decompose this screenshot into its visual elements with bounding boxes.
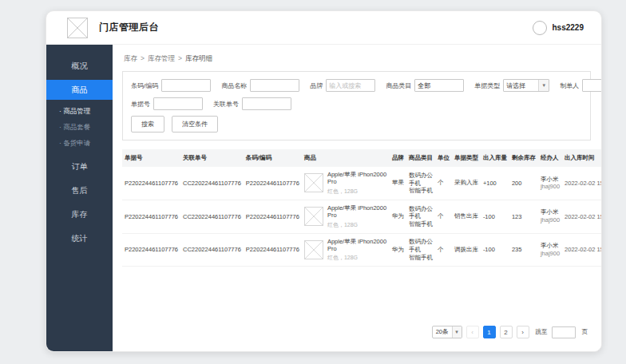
breadcrumb-item[interactable]: 库存管理 — [148, 54, 175, 62]
related-no-filter-input[interactable] — [242, 97, 291, 110]
app-window: 门店管理后台 hss2229 概况 商品 商品管理 商品套餐 备货申请 订单 售… — [46, 10, 602, 352]
cell-brand: 华为 — [390, 200, 406, 233]
sidebar-nav: 概况 商品 商品管理 商品套餐 备货申请 订单 售后 库存 统计 — [46, 45, 113, 351]
product-name-filter-input[interactable] — [250, 79, 299, 92]
page-size-value: 20条 — [433, 328, 452, 336]
col-barcode: 条码/编码 — [244, 149, 302, 167]
col-category: 商品类目 — [406, 149, 435, 167]
product-spec: 红色，128G — [327, 188, 387, 196]
jump-to-label: 跳至 — [536, 328, 548, 336]
creator-filter-label: 制单人 — [560, 81, 579, 90]
cell-doc-type: 采购入库 — [452, 167, 481, 200]
cell-barcode: P220224461107776 — [244, 167, 302, 200]
app-logo-placeholder-icon — [67, 18, 88, 38]
cell-handler: 李小米 jhaj900 — [538, 200, 562, 233]
next-page-button[interactable]: › — [517, 326, 529, 338]
pagination: 20条 ▾ ‹ 1 2 › 跳至 页 — [122, 326, 591, 338]
breadcrumb-current: 库存明细 — [185, 54, 212, 62]
sidebar-item-aftersales[interactable]: 售后 — [46, 180, 113, 200]
col-qty: 出入库量 — [481, 149, 509, 167]
col-doc-no: 单据号 — [122, 149, 180, 167]
doctype-selected-value: 请选择 — [504, 81, 538, 90]
cell-doc-type: 调拨出库 — [452, 233, 481, 267]
page-button-2[interactable]: 2 — [500, 326, 513, 338]
inventory-table: 单据号 关联单号 条码/编码 商品 品牌 商品类目 单位 单据类型 出入库量 剩… — [122, 149, 602, 267]
table-header-row: 单据号 关联单号 条码/编码 商品 品牌 商品类目 单位 单据类型 出入库量 剩… — [122, 149, 602, 167]
cell-unit: 个 — [435, 200, 452, 233]
sidebar-item-orders[interactable]: 订单 — [46, 156, 113, 176]
search-button[interactable]: 搜索 — [131, 116, 164, 133]
related-no-filter-label: 关联单号 — [213, 100, 239, 109]
table-row[interactable]: P220224461107776 CC220224461107776 P2202… — [122, 167, 602, 200]
doctype-filter-select[interactable]: 请选择 ▾ — [503, 79, 549, 92]
cell-brand: 华为 — [390, 233, 406, 267]
doctype-filter-label: 单据类型 — [474, 81, 500, 90]
cell-barcode: P220224461107776 — [244, 200, 302, 233]
cell-related-no: CC220224461107776 — [180, 233, 244, 267]
col-time: 出入库时间 — [562, 149, 602, 167]
prev-page-button[interactable]: ‹ — [466, 326, 479, 338]
cell-time: 2022-02-02 15:23:34 — [562, 167, 602, 200]
sidebar-item-inventory[interactable]: 库存 — [46, 204, 113, 224]
cell-unit: 个 — [435, 233, 452, 267]
cell-related-no: CC220224461107776 — [180, 200, 244, 233]
cell-doc-no: P220224461107776 — [122, 200, 180, 233]
docno-filter-input[interactable] — [153, 97, 203, 110]
sidebar-item-product-package[interactable]: 商品套餐 — [46, 120, 113, 136]
barcode-filter-input[interactable] — [161, 79, 211, 92]
filter-panel: 条码/编码 商品名称 品牌 商品类目 — [122, 71, 591, 140]
col-unit: 单位 — [435, 149, 452, 167]
cell-doc-no: P220224461107776 — [122, 233, 180, 267]
sidebar-item-overview[interactable]: 概况 — [46, 56, 113, 76]
product-spec: 红色，128G — [327, 221, 387, 229]
creator-filter-input[interactable] — [582, 79, 602, 92]
product-image-placeholder-icon — [304, 240, 323, 259]
product-cell: Apple/苹果 iPhon2000 Pro 红色，128G — [304, 238, 387, 263]
breadcrumb-separator: > — [141, 54, 145, 62]
cell-brand: 苹果 — [390, 167, 406, 200]
cell-related-no: CC220224461107776 — [180, 167, 244, 200]
table-row[interactable]: P220224461107776 CC220224461107776 P2202… — [122, 233, 602, 267]
product-image-placeholder-icon — [304, 207, 323, 226]
category-filter-label: 商品类目 — [386, 81, 411, 90]
table-row[interactable]: P220224461107776 CC220224461107776 P2202… — [122, 200, 602, 233]
chevron-down-icon[interactable]: ▾ — [538, 80, 549, 91]
product-name: Apple/苹果 iPhon2000 Pro — [327, 238, 387, 253]
sidebar-item-stock-request[interactable]: 备货申请 — [46, 136, 113, 152]
main-content: 库存>库存管理>库存明细 条码/编码 商品名称 品牌 — [113, 45, 601, 351]
col-stock: 剩余库存 — [509, 149, 538, 167]
breadcrumb-separator: > — [178, 54, 182, 62]
page-size-select[interactable]: 20条 ▾ — [432, 326, 462, 338]
cell-doc-no: P220224461107776 — [122, 167, 180, 200]
cell-unit: 个 — [435, 167, 452, 200]
docno-filter-label: 单据号 — [131, 100, 150, 109]
username[interactable]: hss2229 — [553, 23, 584, 32]
category-filter-input[interactable] — [414, 79, 464, 92]
product-name: Apple/苹果 iPhon2000 Pro — [327, 171, 387, 186]
sidebar-item-product-manage[interactable]: 商品管理 — [46, 104, 113, 120]
cell-doc-type: 销售出库 — [452, 200, 481, 233]
cell-stock: 123 — [509, 200, 538, 233]
cell-barcode: P220224461107776 — [244, 233, 302, 267]
clear-filters-button[interactable]: 清空条件 — [172, 116, 218, 133]
cell-handler: 李小米 jhaj900 — [538, 233, 562, 267]
product-name-filter-label: 商品名称 — [221, 81, 247, 90]
cell-stock: 200 — [509, 167, 538, 200]
breadcrumb-item[interactable]: 库存 — [124, 54, 137, 62]
cell-qty: -100 — [481, 200, 509, 233]
col-brand: 品牌 — [390, 149, 406, 167]
user-avatar[interactable] — [533, 21, 547, 35]
product-cell: Apple/苹果 iPhon2000 Pro 红色，128G — [304, 204, 387, 229]
product-name: Apple/苹果 iPhon2000 Pro — [327, 204, 387, 220]
chevron-down-icon[interactable]: ▾ — [452, 326, 462, 338]
page-button-1[interactable]: 1 — [483, 326, 496, 338]
cell-qty: -100 — [481, 233, 509, 267]
col-related-no: 关联单号 — [180, 149, 244, 167]
sidebar-item-stats[interactable]: 统计 — [46, 228, 113, 248]
cell-category: 数码办公 手机 智能手机 — [406, 200, 435, 233]
jump-to-page-input[interactable] — [552, 326, 576, 338]
col-doc-type: 单据类型 — [452, 149, 481, 167]
brand-filter-input[interactable] — [326, 79, 375, 92]
sidebar-item-products[interactable]: 商品 — [46, 80, 113, 100]
cell-category: 数码办公 手机 智能手机 — [406, 167, 435, 200]
